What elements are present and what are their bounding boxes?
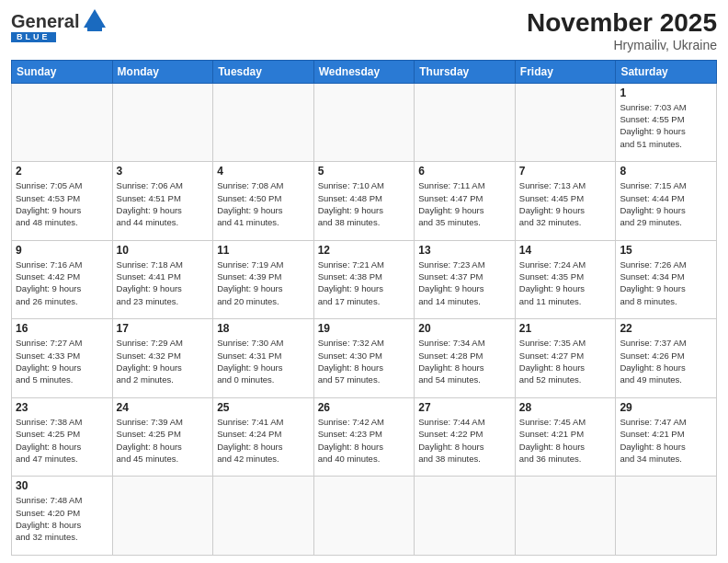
- calendar-cell: 3Sunrise: 7:06 AM Sunset: 4:51 PM Daylig…: [112, 162, 213, 241]
- day-number: 20: [418, 322, 511, 335]
- calendar-cell: 13Sunrise: 7:23 AM Sunset: 4:37 PM Dayli…: [415, 240, 516, 319]
- day-number: 18: [217, 322, 310, 335]
- weekday-header: Sunday: [12, 60, 113, 83]
- day-number: 22: [620, 322, 712, 335]
- day-number: 25: [217, 401, 310, 414]
- calendar-cell: [112, 477, 213, 556]
- day-info: Sunrise: 7:16 AM Sunset: 4:42 PM Dayligh…: [16, 259, 108, 307]
- day-number: 29: [620, 401, 712, 414]
- calendar-cell: 30Sunrise: 7:48 AM Sunset: 4:20 PM Dayli…: [12, 477, 113, 556]
- weekday-header: Saturday: [616, 60, 717, 83]
- calendar-cell: 8Sunrise: 7:15 AM Sunset: 4:44 PM Daylig…: [616, 162, 717, 241]
- weekday-header-row: SundayMondayTuesdayWednesdayThursdayFrid…: [12, 60, 717, 83]
- day-info: Sunrise: 7:05 AM Sunset: 4:53 PM Dayligh…: [16, 179, 108, 228]
- calendar-week-row: 23Sunrise: 7:38 AM Sunset: 4:25 PM Dayli…: [12, 397, 717, 477]
- weekday-header: Monday: [112, 60, 213, 83]
- day-info: Sunrise: 7:37 AM Sunset: 4:26 PM Dayligh…: [620, 337, 712, 385]
- day-info: Sunrise: 7:29 AM Sunset: 4:32 PM Dayligh…: [117, 337, 210, 385]
- header: General BLUE November 2025 Hrymailiv, Uk…: [11, 9, 717, 52]
- calendar-cell: 17Sunrise: 7:29 AM Sunset: 4:32 PM Dayli…: [112, 319, 213, 398]
- day-number: 12: [318, 244, 411, 257]
- calendar-week-row: 30Sunrise: 7:48 AM Sunset: 4:20 PM Dayli…: [12, 477, 717, 556]
- day-number: 2: [16, 165, 108, 178]
- calendar-week-row: 9Sunrise: 7:16 AM Sunset: 4:42 PM Daylig…: [12, 240, 717, 319]
- day-info: Sunrise: 7:21 AM Sunset: 4:38 PM Dayligh…: [318, 259, 411, 307]
- day-info: Sunrise: 7:26 AM Sunset: 4:34 PM Dayligh…: [620, 259, 712, 307]
- calendar-cell: 11Sunrise: 7:19 AM Sunset: 4:39 PM Dayli…: [213, 240, 314, 319]
- calendar-cell: [313, 83, 415, 162]
- calendar-cell: 24Sunrise: 7:39 AM Sunset: 4:25 PM Dayli…: [112, 397, 213, 477]
- day-info: Sunrise: 7:11 AM Sunset: 4:47 PM Dayligh…: [418, 179, 511, 228]
- day-number: 9: [16, 244, 108, 257]
- calendar-cell: 27Sunrise: 7:44 AM Sunset: 4:22 PM Dayli…: [415, 397, 516, 477]
- calendar-cell: 23Sunrise: 7:38 AM Sunset: 4:25 PM Dayli…: [12, 397, 113, 477]
- weekday-header: Friday: [515, 60, 616, 83]
- day-info: Sunrise: 7:06 AM Sunset: 4:51 PM Dayligh…: [117, 179, 210, 228]
- day-number: 24: [117, 401, 210, 414]
- title-block: November 2025 Hrymailiv, Ukraine: [527, 9, 717, 52]
- calendar-cell: [415, 83, 516, 162]
- day-info: Sunrise: 7:27 AM Sunset: 4:33 PM Dayligh…: [16, 337, 108, 385]
- logo: General BLUE: [11, 9, 108, 42]
- calendar-cell: [213, 83, 314, 162]
- day-number: 6: [418, 165, 511, 178]
- calendar-cell: 1Sunrise: 7:03 AM Sunset: 4:55 PM Daylig…: [616, 83, 717, 162]
- day-info: Sunrise: 7:08 AM Sunset: 4:50 PM Dayligh…: [217, 179, 310, 228]
- day-info: Sunrise: 7:47 AM Sunset: 4:21 PM Dayligh…: [620, 416, 712, 465]
- day-number: 4: [217, 165, 310, 178]
- calendar-cell: 28Sunrise: 7:45 AM Sunset: 4:21 PM Dayli…: [515, 397, 616, 477]
- calendar-cell: 7Sunrise: 7:13 AM Sunset: 4:45 PM Daylig…: [515, 162, 616, 241]
- day-number: 11: [217, 244, 310, 257]
- day-info: Sunrise: 7:42 AM Sunset: 4:23 PM Dayligh…: [318, 416, 411, 465]
- calendar-cell: 5Sunrise: 7:10 AM Sunset: 4:48 PM Daylig…: [313, 162, 415, 241]
- calendar-cell: 2Sunrise: 7:05 AM Sunset: 4:53 PM Daylig…: [12, 162, 113, 241]
- day-info: Sunrise: 7:03 AM Sunset: 4:55 PM Dayligh…: [620, 101, 712, 150]
- calendar-cell: [515, 477, 616, 556]
- day-number: 1: [620, 86, 712, 99]
- calendar-cell: 16Sunrise: 7:27 AM Sunset: 4:33 PM Dayli…: [12, 319, 113, 398]
- calendar-table: SundayMondayTuesdayWednesdayThursdayFrid…: [11, 60, 717, 556]
- calendar-week-row: 16Sunrise: 7:27 AM Sunset: 4:33 PM Dayli…: [12, 319, 717, 398]
- day-number: 13: [418, 244, 511, 257]
- day-number: 16: [16, 322, 108, 335]
- logo-blue-label: BLUE: [11, 32, 56, 42]
- day-info: Sunrise: 7:23 AM Sunset: 4:37 PM Dayligh…: [418, 259, 511, 307]
- day-number: 3: [117, 165, 210, 178]
- calendar-cell: 20Sunrise: 7:34 AM Sunset: 4:28 PM Dayli…: [415, 319, 516, 398]
- day-info: Sunrise: 7:44 AM Sunset: 4:22 PM Dayligh…: [418, 416, 511, 465]
- day-number: 30: [16, 479, 108, 492]
- page: General BLUE November 2025 Hrymailiv, Uk…: [0, 0, 728, 563]
- calendar-cell: [12, 83, 113, 162]
- calendar-cell: [616, 477, 717, 556]
- day-number: 21: [519, 322, 612, 335]
- day-info: Sunrise: 7:48 AM Sunset: 4:20 PM Dayligh…: [16, 494, 108, 543]
- calendar-week-row: 2Sunrise: 7:05 AM Sunset: 4:53 PM Daylig…: [12, 162, 717, 241]
- day-info: Sunrise: 7:15 AM Sunset: 4:44 PM Dayligh…: [620, 179, 712, 228]
- day-number: 15: [620, 244, 712, 257]
- calendar-cell: 6Sunrise: 7:11 AM Sunset: 4:47 PM Daylig…: [415, 162, 516, 241]
- logo-icon: [82, 7, 108, 33]
- day-info: Sunrise: 7:30 AM Sunset: 4:31 PM Dayligh…: [217, 337, 310, 385]
- day-info: Sunrise: 7:32 AM Sunset: 4:30 PM Dayligh…: [318, 337, 411, 385]
- day-number: 7: [519, 165, 612, 178]
- weekday-header: Tuesday: [213, 60, 314, 83]
- day-info: Sunrise: 7:41 AM Sunset: 4:24 PM Dayligh…: [217, 416, 310, 465]
- day-info: Sunrise: 7:34 AM Sunset: 4:28 PM Dayligh…: [418, 337, 511, 385]
- calendar-cell: 9Sunrise: 7:16 AM Sunset: 4:42 PM Daylig…: [12, 240, 113, 319]
- calendar-cell: [313, 477, 415, 556]
- calendar-cell: [112, 83, 213, 162]
- day-number: 19: [318, 322, 411, 335]
- calendar-cell: 14Sunrise: 7:24 AM Sunset: 4:35 PM Dayli…: [515, 240, 616, 319]
- day-number: 26: [318, 401, 411, 414]
- calendar-cell: 25Sunrise: 7:41 AM Sunset: 4:24 PM Dayli…: [213, 397, 314, 477]
- day-number: 8: [620, 165, 712, 178]
- calendar-cell: 18Sunrise: 7:30 AM Sunset: 4:31 PM Dayli…: [213, 319, 314, 398]
- day-info: Sunrise: 7:35 AM Sunset: 4:27 PM Dayligh…: [519, 337, 612, 385]
- day-number: 14: [519, 244, 612, 257]
- month-title: November 2025: [527, 9, 717, 38]
- calendar-cell: [415, 477, 516, 556]
- calendar-cell: 29Sunrise: 7:47 AM Sunset: 4:21 PM Dayli…: [616, 397, 717, 477]
- svg-marker-0: [84, 9, 106, 28]
- day-info: Sunrise: 7:38 AM Sunset: 4:25 PM Dayligh…: [16, 416, 108, 465]
- day-number: 10: [117, 244, 210, 257]
